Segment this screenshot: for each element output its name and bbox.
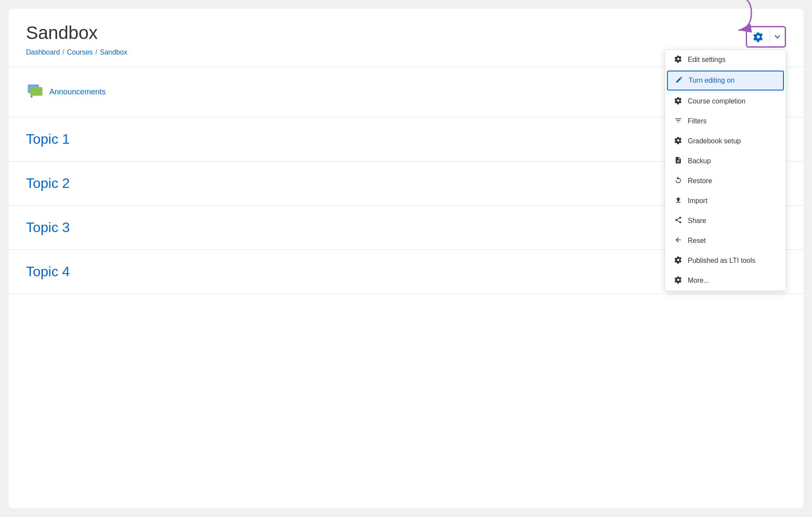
dropdown-item-gradebook-setup[interactable]: Gradebook setup [665, 131, 786, 151]
page-title: Sandbox [26, 23, 127, 43]
dropdown-item-restore[interactable]: Restore [665, 171, 786, 191]
dropdown-item-edit-settings[interactable]: Edit settings [665, 50, 786, 70]
gear-icon [753, 32, 764, 42]
import-icon [674, 196, 683, 206]
pencil-icon [675, 76, 683, 85]
dropdown-label-reset: Reset [688, 237, 706, 245]
gear-icon [674, 55, 683, 65]
dropdown-item-filters[interactable]: Filters [665, 111, 786, 131]
filter-icon [674, 116, 683, 126]
lti-icon [674, 256, 683, 265]
gear-icon-gradebook [674, 136, 683, 146]
backup-icon [674, 156, 683, 166]
dropdown-item-turn-editing-on[interactable]: Turn editing on [667, 71, 784, 90]
dropdown-item-course-completion[interactable]: Course completion [665, 91, 786, 111]
breadcrumb-sep-2: / [95, 48, 97, 56]
dropdown-label-turn-editing-on: Turn editing on [689, 77, 735, 84]
topic-1-title[interactable]: Topic 1 [26, 131, 70, 147]
header: Sandbox Dashboard / Courses / Sandbox [9, 9, 803, 67]
dropdown-label-restore: Restore [688, 177, 712, 185]
announcements-link[interactable]: Announcements [49, 87, 106, 97]
svg-rect-2 [30, 87, 42, 96]
topic-2-title[interactable]: Topic 2 [26, 175, 70, 191]
topic-3-title[interactable]: Topic 3 [26, 220, 70, 236]
svg-marker-3 [30, 96, 33, 98]
breadcrumb-courses[interactable]: Courses [67, 48, 93, 56]
dropdown-item-share[interactable]: Share [665, 211, 786, 231]
announcements-icon [26, 81, 44, 103]
dropdown-label-filters: Filters [688, 117, 707, 125]
dropdown-item-more[interactable]: More... [665, 271, 786, 291]
reset-icon [674, 236, 683, 246]
topic-4-title[interactable]: Topic 4 [26, 264, 70, 280]
breadcrumb-dashboard[interactable]: Dashboard [26, 48, 60, 56]
share-icon [674, 216, 683, 226]
dropdown-label-share: Share [688, 217, 706, 225]
more-icon [674, 276, 683, 285]
page-container: Sandbox Dashboard / Courses / Sandbox [9, 9, 803, 508]
gear-button[interactable] [747, 27, 770, 46]
dropdown-item-import[interactable]: Import [665, 191, 786, 211]
chevron-down-icon [774, 34, 780, 40]
dropdown-label-edit-settings: Edit settings [688, 56, 725, 64]
dropdown-item-reset[interactable]: Reset [665, 231, 786, 251]
header-left: Sandbox Dashboard / Courses / Sandbox [26, 23, 127, 56]
breadcrumb: Dashboard / Courses / Sandbox [26, 48, 127, 56]
header-right: Edit settings Turn editing on Course com… [746, 26, 786, 48]
dropdown-menu: Edit settings Turn editing on Course com… [665, 49, 786, 291]
restore-icon [674, 176, 683, 186]
chat-icon [26, 81, 44, 99]
dropdown-label-published-lti: Published as LTI tools [688, 257, 755, 265]
breadcrumb-sep-1: / [62, 48, 64, 56]
dropdown-label-course-completion: Course completion [688, 97, 745, 105]
gear-icon-completion [674, 97, 683, 106]
dropdown-item-published-lti[interactable]: Published as LTI tools [665, 251, 786, 271]
dropdown-label-more: More... [688, 277, 709, 284]
dropdown-label-gradebook-setup: Gradebook setup [688, 137, 741, 145]
dropdown-toggle-button[interactable] [770, 29, 785, 44]
gear-button-wrapper[interactable] [746, 26, 786, 48]
dropdown-item-backup[interactable]: Backup [665, 151, 786, 171]
dropdown-label-backup: Backup [688, 157, 711, 165]
breadcrumb-sandbox[interactable]: Sandbox [100, 48, 127, 56]
dropdown-label-import: Import [688, 197, 707, 205]
